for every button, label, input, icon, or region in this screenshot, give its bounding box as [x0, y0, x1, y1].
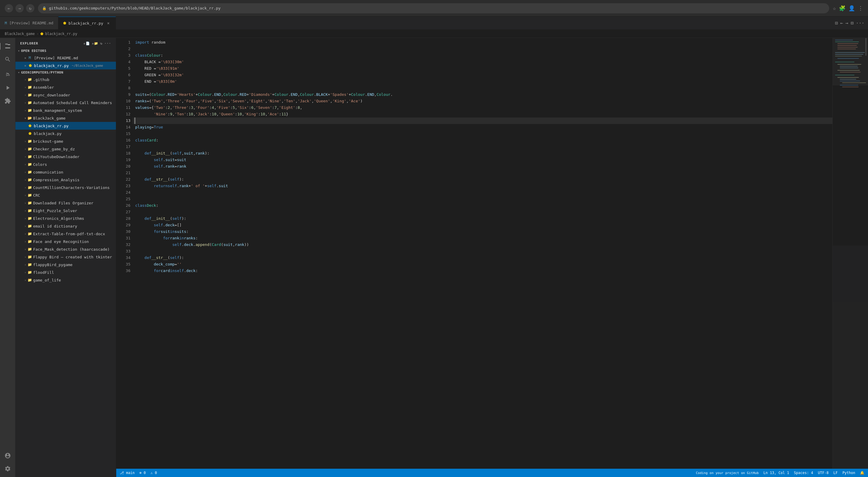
next-editor-icon[interactable]: → [845, 20, 848, 26]
activity-search[interactable] [2, 53, 13, 65]
prev-editor-icon[interactable]: ← [840, 20, 843, 26]
tree-item-flappy-pygame[interactable]: › 📁 flappyBird_pygame [16, 261, 116, 268]
tree-item-extract[interactable]: › 📁 Extract-Table-from-pdf-txt-docx [16, 230, 116, 238]
tree-item-face-eye[interactable]: › 📁 Face and eye Recognition [16, 238, 116, 245]
breadcrumb-file[interactable]: blackjack_rr.py [45, 32, 77, 36]
refresh-button[interactable]: ↻ [26, 4, 34, 12]
split-view-icon[interactable]: ⊟ [850, 20, 854, 26]
tree-item-email[interactable]: › 📁 email id dictionary [16, 222, 116, 230]
tree-item-assembler[interactable]: › 📁 Assembler [16, 83, 116, 91]
tree-item-blackjack-rr[interactable]: ⬟ blackjack_rr.py [16, 122, 116, 130]
sidebar-content: ▾ OPEN EDITORS ✕ M [Preview] README.md ✕… [16, 48, 116, 477]
activity-accounts[interactable] [2, 450, 13, 461]
tree-item-flappy[interactable]: › 📁 Flappy Bird – created with tkinter [16, 253, 116, 261]
refresh-icon[interactable]: ↻ [100, 41, 103, 46]
tree-item-face-mask[interactable]: › 📁 Face_Mask_detection (haarcascade) [16, 245, 116, 253]
sidebar-header-icons: +📄 +📁 ↻ ··· [83, 41, 111, 46]
folder-chevron-assembler: › [24, 85, 26, 89]
folder-chevron-game-of-life: › [24, 278, 26, 282]
new-folder-icon[interactable]: +📁 [92, 41, 99, 46]
code-line-3: class Colour: [133, 52, 832, 59]
new-file-icon[interactable]: +📄 [83, 41, 90, 46]
breadcrumb-sep-1: › [36, 32, 38, 36]
folder-label-game-of-life: game_of_life [33, 278, 61, 282]
folder-icon-game-of-life: 📁 [28, 278, 32, 282]
tree-item-colors[interactable]: › 📁 Colors [16, 160, 116, 168]
tree-item-downloaded[interactable]: › 📁 Downloaded Files Organizer [16, 199, 116, 207]
tree-item-communication[interactable]: › 📁 communication [16, 168, 116, 176]
code-line-11: values = {'Two': 2, 'Three': 3, 'Four': … [133, 105, 832, 111]
code-line-4: BLACK = '\033[30m' [133, 59, 832, 65]
menu-icon[interactable]: ⋮ [858, 5, 863, 11]
status-warnings[interactable]: ⚠ 0 [151, 471, 157, 475]
status-language[interactable]: Python [842, 471, 855, 475]
tree-item-compression[interactable]: › 📁 Compression_Analysis [16, 176, 116, 184]
tree-item-automated[interactable]: › 📁 Automated Scheduled Call Reminders [16, 99, 116, 107]
lock-icon: 🔒 [42, 6, 46, 10]
code-line-18: def __init__(self, suit, rank): [133, 150, 832, 157]
activity-run[interactable] [2, 82, 13, 94]
open-editors-chevron: ▾ [18, 49, 20, 53]
breadcrumb-folder[interactable]: BlackJack_game [5, 32, 35, 36]
activity-settings[interactable] [2, 463, 13, 475]
tree-item-async[interactable]: › 📁 async_downloader [16, 91, 116, 99]
open-editors-header[interactable]: ▾ OPEN EDITORS [16, 48, 116, 54]
bookmark-icon[interactable]: ☆ [833, 5, 836, 11]
forward-button[interactable]: → [16, 4, 24, 12]
sidebar: EXPLORER +📄 +📁 ↻ ··· ▾ OPEN EDITORS ✕ M [16, 38, 116, 477]
status-errors[interactable]: ⊗ 0 [139, 471, 146, 475]
tree-item-blackjack-game[interactable]: ▾ 📂 BlackJack_game [16, 114, 116, 122]
tree-item-bank[interactable]: › 📁 bank_managment_system [16, 107, 116, 114]
open-file-blackjack[interactable]: ✕ ⬟ blackjack_rr.py ~/BlackJack_game [16, 62, 116, 69]
tab-close-button[interactable]: × [105, 21, 111, 26]
tab-readme[interactable]: M [Preview] README.md [0, 17, 58, 29]
folder-label-brickout: brickout-game [33, 139, 63, 144]
address-bar[interactable]: 🔒 github1s.com/geekcomputers/Python/blob… [38, 3, 829, 13]
split-editor-icon[interactable]: ⊡ [835, 20, 838, 26]
code-line-5: RED = '\033[91m' [133, 65, 832, 72]
status-feedback[interactable]: 🔔 [860, 471, 864, 475]
tree-item-floodfill[interactable]: › 📁 floodFill [16, 268, 116, 276]
activity-scm[interactable] [2, 69, 13, 81]
repo-header[interactable]: ▾ GEEKCOMPUTERS/PYTHON [16, 69, 116, 76]
code-content[interactable]: import random class Colour: BLACK = '\03… [133, 38, 832, 469]
activity-explorer[interactable] [2, 40, 13, 52]
folder-chevron-bank: › [24, 109, 26, 113]
tree-item-checker[interactable]: › 📁 Checker_game_by_dz [16, 145, 116, 153]
folder-icon-communication: 📁 [28, 170, 32, 174]
folder-icon-async: 📁 [28, 93, 32, 97]
tab-blackjack[interactable]: ⬟ blackjack_rr.py × [58, 17, 116, 29]
code-line-23: return self.rank + ' of ' + self.suit [133, 183, 832, 189]
profile-icon[interactable]: 👤 [848, 5, 855, 11]
tree-item-cli-youtube[interactable]: › 📁 CliYoutubeDownloader [16, 153, 116, 160]
status-eol[interactable]: LF [833, 471, 837, 475]
more-icon[interactable]: ··· [104, 41, 111, 46]
code-editor[interactable]: 12345 678910 1112131415 1617181920 21222… [116, 38, 868, 469]
extensions-icon[interactable]: 🧩 [839, 5, 845, 11]
code-line-28: def __init__(self): [133, 215, 832, 222]
tree-item-github[interactable]: › 📁 .github [16, 76, 116, 83]
tree-item-game-of-life[interactable]: › 📁 game_of_life [16, 276, 116, 284]
tree-item-brickout[interactable]: › 📁 brickout-game [16, 137, 116, 145]
folder-label-face-mask: Face_Mask_detection (haarcascade) [33, 247, 110, 251]
status-branch[interactable]: ⎇ main [120, 471, 134, 475]
open-file-readme[interactable]: ✕ M [Preview] README.md [16, 54, 116, 62]
tree-item-eight[interactable]: › 📁 Eight_Puzzle_Solver [16, 207, 116, 214]
status-encoding[interactable]: UTF-8 [818, 471, 829, 475]
tree-item-count[interactable]: › 📁 CountMillionCharacters-Variations [16, 184, 116, 191]
more-actions-icon[interactable]: ··· [856, 20, 864, 26]
activity-extensions[interactable] [2, 95, 13, 107]
close-readme-icon[interactable]: ✕ [24, 56, 26, 60]
code-line-6: GREEN = '\033[32m' [133, 72, 832, 78]
status-spaces[interactable]: Spaces: 4 [794, 471, 813, 475]
back-button[interactable]: ← [5, 4, 13, 12]
tree-item-blackjack-py[interactable]: ⬟ blackjack.py [16, 130, 116, 137]
folder-icon-flappy-pygame: 📁 [28, 263, 32, 267]
folder-chevron-github: › [24, 78, 26, 82]
status-git-sync[interactable]: Coding on your project on GitHub [696, 471, 758, 475]
close-blackjack-icon[interactable]: ✕ [24, 64, 26, 68]
tree-item-electronics[interactable]: › 📁 Electronics_Algorithms [16, 214, 116, 222]
tree-item-crc[interactable]: › 📁 CRC [16, 191, 116, 199]
svg-rect-19 [837, 77, 859, 78]
status-line-col[interactable]: Ln 13, Col 1 [763, 471, 789, 475]
